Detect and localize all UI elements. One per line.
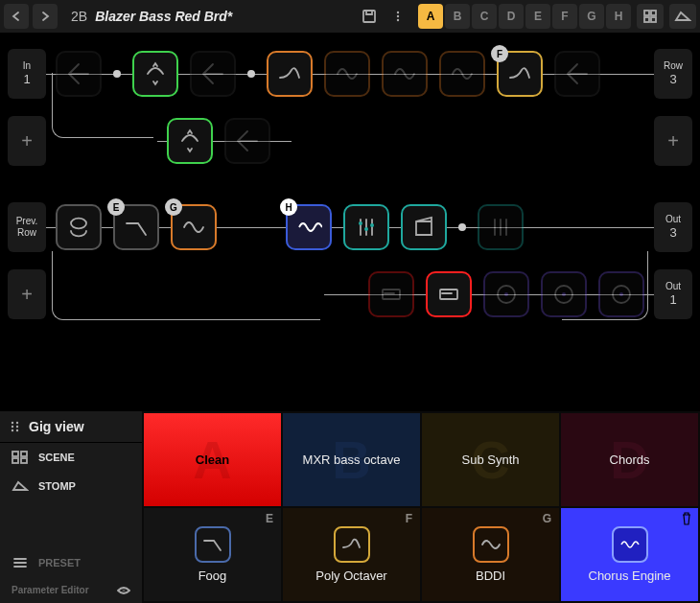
scene-tab-e[interactable]: E: [525, 4, 550, 29]
gig-cell-d[interactable]: D Chords: [561, 413, 698, 506]
gig-cell-f[interactable]: F Poly Octaver: [283, 508, 420, 601]
trash-icon[interactable]: [681, 512, 692, 528]
block-wave[interactable]: [324, 51, 370, 97]
scene-tab-f[interactable]: F: [552, 4, 577, 29]
block-pitch[interactable]: [167, 118, 213, 164]
gig-title-label: Gig view: [29, 419, 84, 434]
row-in-label[interactable]: In 1: [8, 49, 46, 99]
block-wave[interactable]: [439, 51, 485, 97]
svg-point-19: [12, 422, 13, 424]
block-split[interactable]: [554, 51, 600, 97]
prev-preset-button[interactable]: [4, 4, 29, 29]
sidebar-item-label: PRESET: [38, 557, 81, 568]
row-out-label[interactable]: Out 3: [654, 202, 692, 252]
gig-cell-e[interactable]: E Foog: [144, 508, 281, 601]
svg-rect-5: [651, 11, 656, 15]
gig-cell-label: BDDI: [476, 568, 505, 583]
block-wave[interactable]: [382, 51, 428, 97]
scene-grid-icon: [12, 451, 29, 464]
row-label-num: 3: [669, 72, 676, 87]
block-split[interactable]: [190, 51, 236, 97]
chain-row-3: Prev. Row E G H Out: [8, 199, 692, 255]
gig-mode-scene[interactable]: SCENE: [0, 443, 142, 472]
block-amp[interactable]: [368, 271, 414, 317]
row-out-label[interactable]: Out 1: [654, 269, 692, 319]
gig-mode-stomp[interactable]: STOMP: [0, 472, 142, 500]
eye-icon: [117, 586, 130, 595]
svg-point-10: [370, 223, 374, 227]
block-loop[interactable]: [56, 204, 102, 250]
block-cab[interactable]: [401, 204, 447, 250]
block-eq[interactable]: [478, 204, 524, 250]
block-split[interactable]: [56, 51, 102, 97]
row-label-text: Prev.: [16, 216, 38, 227]
block-lowpass-e[interactable]: E: [113, 204, 159, 250]
block-pitch[interactable]: [132, 51, 178, 97]
block-amp[interactable]: [426, 271, 472, 317]
svg-point-20: [12, 426, 13, 428]
svg-point-8: [359, 221, 362, 225]
chain-row-4: + Out 1: [8, 267, 692, 322]
row-label-num: 1: [23, 72, 30, 87]
row-dest-label[interactable]: Row 3: [654, 49, 692, 99]
scene-tab-g[interactable]: G: [579, 4, 604, 29]
gig-grid: A Clean B MXR bass octave C Sub Synth D …: [142, 411, 700, 603]
row-label-text: In: [23, 60, 31, 72]
svg-point-21: [12, 429, 13, 431]
scene-grid-icon[interactable]: [637, 4, 664, 29]
scene-tab-h[interactable]: H: [606, 4, 631, 29]
block-modulation-h[interactable]: H: [286, 204, 332, 250]
block-eq[interactable]: [343, 204, 389, 250]
gig-view-title[interactable]: Gig view: [0, 411, 142, 443]
parameter-editor-row[interactable]: Parameter Editor: [0, 577, 142, 603]
scene-badge-g: G: [165, 198, 182, 216]
gig-sidebar: Gig view SCENE STOMP PRESET Parameter Ed…: [0, 411, 142, 603]
save-icon[interactable]: [357, 4, 382, 29]
block-filter[interactable]: [267, 51, 313, 97]
preset-name[interactable]: 2B Blazer Bass Red Brd*: [61, 9, 242, 24]
corner-letter: E: [266, 512, 273, 525]
row-prev-label[interactable]: Prev. Row: [8, 202, 46, 252]
split-node[interactable]: [113, 70, 121, 78]
svg-point-22: [16, 422, 18, 424]
preset-title: Blazer Bass Red Brd*: [95, 9, 232, 24]
block-filter-f[interactable]: F: [497, 51, 543, 97]
gig-mode-preset[interactable]: PRESET: [0, 548, 142, 577]
gig-cell-label: Chords: [610, 452, 650, 467]
split-node[interactable]: [247, 70, 255, 78]
svg-point-1: [397, 12, 399, 13]
scene-badge-f: F: [491, 45, 508, 62]
sidebar-item-label: STOMP: [38, 480, 76, 492]
add-row-button[interactable]: +: [654, 116, 692, 166]
row-label-text: Out: [665, 281, 681, 292]
more-icon[interactable]: [385, 4, 410, 29]
next-preset-button[interactable]: [33, 4, 58, 29]
scene-tab-b[interactable]: B: [445, 4, 470, 29]
scene-tab-a[interactable]: A: [418, 4, 443, 29]
svg-point-2: [397, 15, 399, 17]
block-split[interactable]: [224, 118, 270, 164]
signal-chain-grid: In 1 F Row 3 +: [0, 33, 700, 411]
svg-rect-25: [12, 452, 18, 456]
split-node[interactable]: [458, 223, 466, 231]
scene-tab-d[interactable]: D: [499, 4, 524, 29]
gig-cell-a[interactable]: A Clean: [144, 413, 281, 506]
sidebar-item-label: SCENE: [38, 452, 75, 463]
block-wave-g[interactable]: G: [171, 204, 217, 250]
block-reverb[interactable]: [598, 271, 644, 317]
svg-rect-28: [21, 458, 27, 463]
add-row-button[interactable]: +: [8, 269, 46, 319]
svg-rect-4: [644, 11, 649, 15]
svg-point-29: [123, 589, 126, 591]
svg-rect-6: [644, 17, 649, 22]
gig-cell-g[interactable]: G BDDI: [422, 508, 559, 601]
gig-cell-h[interactable]: Chorus Engine: [561, 508, 698, 601]
gig-cell-b[interactable]: B MXR bass octave: [283, 413, 420, 506]
gig-cell-c[interactable]: C Sub Synth: [422, 413, 559, 506]
stomp-icon[interactable]: [669, 4, 696, 29]
svg-rect-26: [21, 452, 27, 456]
block-reverb[interactable]: [483, 271, 529, 317]
add-row-button[interactable]: +: [8, 116, 46, 166]
block-reverb[interactable]: [541, 271, 587, 317]
scene-tab-c[interactable]: C: [472, 4, 497, 29]
